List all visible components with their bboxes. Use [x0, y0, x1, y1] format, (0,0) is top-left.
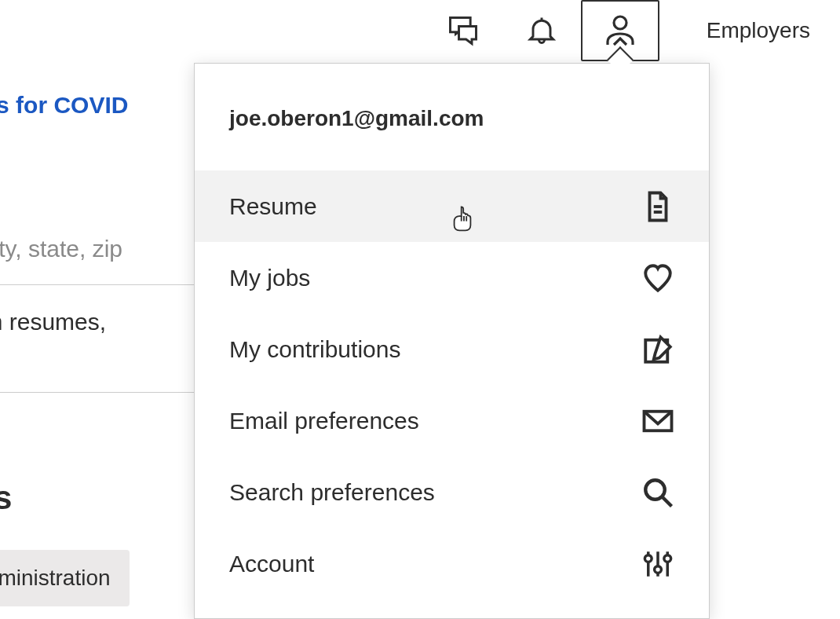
dropdown-item-label: My contributions [229, 336, 400, 363]
search-area: here City, state, zip o, search resumes, [0, 236, 204, 335]
employers-link[interactable]: Employers [659, 18, 834, 43]
edit-icon [641, 333, 674, 366]
top-nav: Employers [0, 0, 840, 61]
dropdown-item-email-preferences[interactable]: Email preferences [195, 385, 709, 456]
search-subtext: o, search resumes, [0, 309, 204, 335]
where-input-placeholder[interactable]: City, state, zip [0, 236, 122, 262]
svg-point-10 [645, 555, 652, 562]
document-icon [641, 190, 674, 223]
profile-icon [601, 12, 639, 49]
dropdown-item-my-contributions[interactable]: My contributions [195, 313, 709, 385]
svg-point-2 [614, 16, 626, 29]
user-email: joe.oberon1@gmail.com [229, 106, 674, 131]
mail-icon [641, 405, 674, 438]
sliders-icon [641, 548, 674, 581]
dropdown-header: joe.oberon1@gmail.com [195, 64, 709, 170]
divider [0, 392, 204, 393]
dropdown-item-search-preferences[interactable]: Search preferences [195, 456, 709, 528]
searches-heading: arches [0, 479, 12, 517]
svg-point-7 [645, 480, 665, 500]
messages-button[interactable] [424, 0, 502, 61]
profile-button[interactable] [581, 0, 659, 61]
dropdown-item-resume[interactable]: Resume [195, 170, 709, 242]
dropdown-item-account[interactable]: Account [195, 528, 709, 599]
chat-icon [446, 13, 480, 48]
search-icon [641, 476, 674, 509]
bell-icon [524, 13, 559, 48]
notifications-button[interactable] [502, 0, 581, 61]
covid-banner[interactable]: esources for COVID [0, 76, 128, 119]
profile-dropdown: joe.oberon1@gmail.com Resume My jobs [194, 63, 710, 619]
dropdown-item-label: Search preferences [229, 479, 435, 506]
dropdown-item-label: Account [229, 551, 314, 577]
dropdown-item-label: Resume [229, 193, 317, 220]
svg-line-8 [662, 496, 671, 506]
dropdown-item-my-jobs[interactable]: My jobs [195, 242, 709, 313]
dropdown-items: Resume My jobs My contributions [195, 170, 709, 599]
dropdown-item-label: Email preferences [229, 408, 419, 434]
recent-search-chip[interactable]: care administration [0, 550, 130, 606]
heart-icon [641, 262, 674, 295]
dropdown-item-label: My jobs [229, 265, 310, 291]
svg-point-14 [664, 555, 671, 562]
svg-point-12 [655, 566, 662, 573]
